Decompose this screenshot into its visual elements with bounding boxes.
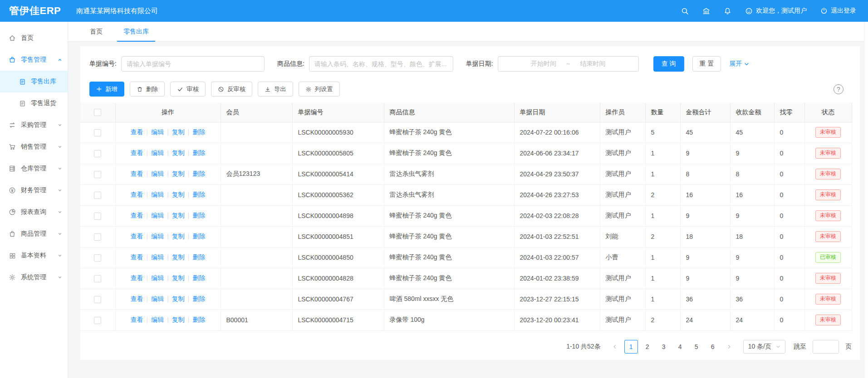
action-view-link[interactable]: 查看 (131, 170, 143, 177)
action-view-link[interactable]: 查看 (131, 274, 143, 281)
sidebar-item-retail-return[interactable]: 零售退货 (0, 92, 68, 114)
scrollbar-track[interactable] (864, 22, 868, 378)
row-checkbox[interactable] (94, 296, 101, 303)
action-view-link[interactable]: 查看 (131, 128, 143, 136)
sidebar-item-home[interactable]: 首页 (0, 27, 68, 49)
row-checkbox[interactable] (94, 254, 101, 262)
sidebar-item-reports[interactable]: 报表查询 (0, 201, 68, 223)
action-copy-link[interactable]: 复制 (172, 212, 185, 219)
action-delete-link[interactable]: 删除 (192, 128, 205, 136)
action-edit-link[interactable]: 编辑 (151, 295, 164, 302)
sidebar-item-warehouse[interactable]: 仓库管理 (0, 158, 68, 179)
action-view-link[interactable]: 查看 (131, 191, 143, 198)
export-button[interactable]: 导出 (258, 82, 293, 97)
page-button-4[interactable]: 4 (673, 340, 687, 354)
action-copy-link[interactable]: 复制 (172, 295, 185, 302)
action-delete-link[interactable]: 删除 (192, 170, 205, 177)
action-edit-link[interactable]: 编辑 (151, 233, 164, 240)
date-range-input[interactable]: 开始时间 ~ 结束时间 (498, 56, 639, 72)
cell-operator: 测试用户 (600, 310, 645, 330)
action-copy-link[interactable]: 复制 (172, 149, 185, 156)
action-delete-link[interactable]: 删除 (192, 149, 205, 156)
bank-icon[interactable] (702, 7, 710, 15)
audit-button[interactable]: 审核 (170, 82, 206, 97)
row-checkbox[interactable] (94, 129, 101, 136)
sidebar-item-basic-data[interactable]: 基本资料 (0, 245, 68, 267)
page-size-select[interactable]: 10 条/页 (743, 340, 785, 354)
page-button-5[interactable]: 5 (690, 340, 703, 354)
logout-button[interactable]: 退出登录 (820, 7, 856, 15)
action-delete-link[interactable]: 删除 (192, 316, 205, 323)
cell-qty: 1 (645, 289, 680, 310)
col-member: 会员 (221, 103, 292, 122)
sidebar-item-sales[interactable]: 销售管理 (0, 136, 68, 158)
action-view-link[interactable]: 查看 (131, 212, 143, 219)
row-checkbox[interactable] (94, 317, 101, 324)
action-delete-link[interactable]: 删除 (192, 233, 205, 240)
action-copy-link[interactable]: 复制 (172, 274, 185, 281)
action-delete-link[interactable]: 删除 (192, 253, 205, 261)
delete-button[interactable]: 删除 (130, 82, 165, 97)
row-checkbox[interactable] (94, 213, 101, 220)
welcome-user[interactable]: 欢迎您，测试用户 (745, 7, 807, 15)
row-checkbox[interactable] (94, 233, 101, 241)
page-button-2[interactable]: 2 (641, 340, 654, 354)
page-button-3[interactable]: 3 (657, 340, 671, 354)
action-delete-link[interactable]: 删除 (192, 274, 205, 281)
row-checkbox[interactable] (94, 171, 101, 178)
select-all-checkbox[interactable] (94, 109, 101, 116)
page-button-1[interactable]: 1 (624, 340, 638, 354)
tab-home[interactable]: 首页 (81, 22, 112, 41)
action-copy-link[interactable]: 复制 (172, 191, 185, 198)
search-button[interactable]: 查 询 (653, 56, 684, 72)
action-edit-link[interactable]: 编辑 (151, 191, 164, 198)
action-edit-link[interactable]: 编辑 (151, 212, 164, 219)
action-edit-link[interactable]: 编辑 (151, 253, 164, 261)
action-copy-link[interactable]: 复制 (172, 253, 185, 261)
sidebar-item-retail[interactable]: 零售管理 (0, 49, 68, 71)
action-copy-link[interactable]: 复制 (172, 316, 185, 323)
action-edit-link[interactable]: 编辑 (151, 316, 164, 323)
cell-qty: 1 (645, 205, 680, 226)
tab-retail-outbound[interactable]: 零售出库 (114, 22, 158, 41)
sidebar-item-purchase[interactable]: 采购管理 (0, 114, 68, 136)
action-delete-link[interactable]: 删除 (192, 191, 205, 198)
add-button[interactable]: 新增 (89, 82, 124, 97)
action-edit-link[interactable]: 编辑 (151, 170, 164, 177)
jump-to-input[interactable] (813, 340, 839, 354)
expand-toggle[interactable]: 展开 (729, 60, 749, 68)
cell-operator: 小曹 (600, 247, 645, 268)
search-icon[interactable] (681, 7, 689, 15)
action-view-link[interactable]: 查看 (131, 149, 143, 156)
action-copy-link[interactable]: 复制 (172, 233, 185, 240)
col-bill-no: 单据编号 (292, 103, 384, 122)
row-checkbox[interactable] (94, 275, 101, 282)
action-copy-link[interactable]: 复制 (172, 128, 185, 136)
sidebar-item-retail-outbound[interactable]: 零售出库 (0, 71, 68, 92)
action-view-link[interactable]: 查看 (131, 316, 143, 323)
prev-page-button[interactable] (608, 340, 622, 354)
sidebar-item-finance[interactable]: 财务管理 (0, 179, 68, 201)
page-button-6[interactable]: 6 (706, 340, 720, 354)
action-edit-link[interactable]: 编辑 (151, 149, 164, 156)
sidebar-item-goods[interactable]: 商品管理 (0, 223, 68, 245)
action-edit-link[interactable]: 编辑 (151, 274, 164, 281)
action-edit-link[interactable]: 编辑 (151, 128, 164, 136)
action-copy-link[interactable]: 复制 (172, 170, 185, 177)
help-icon[interactable]: ? (834, 84, 843, 94)
action-view-link[interactable]: 查看 (131, 233, 143, 240)
action-view-link[interactable]: 查看 (131, 253, 143, 261)
action-delete-link[interactable]: 删除 (192, 295, 205, 302)
bill-no-input[interactable] (121, 56, 265, 72)
action-delete-link[interactable]: 删除 (192, 212, 205, 219)
product-info-input[interactable] (309, 56, 453, 72)
next-page-button[interactable] (722, 340, 736, 354)
row-checkbox[interactable] (94, 192, 101, 199)
bell-icon[interactable] (724, 7, 731, 15)
column-settings-button[interactable]: 列设置 (299, 82, 340, 97)
row-checkbox[interactable] (94, 150, 101, 157)
action-view-link[interactable]: 查看 (131, 295, 143, 302)
reset-button[interactable]: 重 置 (692, 56, 721, 72)
unaudit-button[interactable]: 反审核 (211, 82, 252, 97)
sidebar-item-system[interactable]: 系统管理 (0, 267, 68, 288)
